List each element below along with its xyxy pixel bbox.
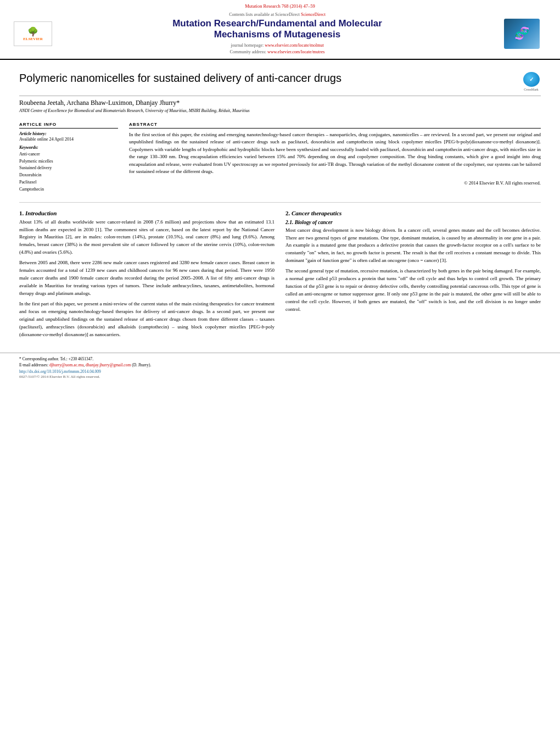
corresponding-note: * Corresponding author. Tel.: +230 46513…	[19, 356, 541, 362]
keyword-1: Anti-cancer	[19, 151, 118, 158]
keywords-label: Keywords:	[19, 145, 118, 150]
journal-title-line2: Mechanisms of Mutagenesis	[214, 29, 341, 40]
keywords-list: Anti-cancer Polymeric micelles Sustained…	[19, 151, 118, 193]
cancer-bio-para-1: Most cancer drug development is now biol…	[285, 227, 541, 265]
crossmark-icon: ✓	[523, 72, 540, 87]
journal-citation-header: Mutation Research 768 (2014) 47–59	[0, 0, 560, 9]
abstract-col: ABSTRACT In the first section of this pa…	[129, 122, 541, 193]
journal-citation-text: Mutation Research 768 (2014) 47–59	[245, 3, 315, 9]
journal-icon-container	[500, 19, 544, 49]
crossmark-label: CrossMark	[524, 88, 539, 91]
abstract-text: In the first section of this paper, the …	[129, 131, 541, 176]
body-two-col: 1. Introduction About 13% of all deaths …	[19, 207, 541, 342]
email-label: E-mail addresses:	[19, 362, 48, 367]
keywords-label-text: Keywords:	[19, 145, 38, 150]
section1-number: 1.	[19, 210, 24, 216]
community-label: Community address:	[230, 49, 266, 54]
journal-icon	[504, 19, 540, 49]
journal-banner: 🌳 ELSEVIER Contents lists available at S…	[0, 9, 560, 60]
journal-homepage: journal homepage: www.elsevier.com/locat…	[63, 42, 491, 55]
crossmark-container: ✓ CrossMark	[522, 72, 541, 91]
available-online: Available online 24 April 2014	[19, 137, 118, 142]
subsection21-title: 2.1. Biology of cancer	[285, 220, 541, 225]
body-right-col: 2. Cancer therapeutics 2.1. Biology of c…	[285, 210, 541, 342]
keyword-2: Polymeric micelles	[19, 158, 118, 165]
article-title: Polymeric nanomicelles for sustained del…	[19, 72, 522, 85]
section2-title-italic: Cancer therapeutics	[292, 210, 341, 216]
community-url[interactable]: www.elsevier.com/locate/mutres	[267, 49, 324, 54]
affiliation-text: ANDI Centre of Excellence for Biomedical…	[19, 108, 250, 113]
contents-line: Contents lists available at ScienceDirec…	[63, 12, 491, 17]
sciencedirect-link[interactable]: ScienceDirect	[301, 12, 326, 17]
homepage-label: journal homepage:	[231, 43, 264, 48]
article-title-section: Polymeric nanomicelles for sustained del…	[19, 65, 541, 96]
corresponding-text: * Corresponding author. Tel.: +230 46513…	[19, 356, 93, 361]
article-content: Polymeric nanomicelles for sustained del…	[0, 60, 560, 347]
elsevier-logo: 🌳 ELSEVIER	[14, 21, 52, 46]
footer-area: * Corresponding author. Tel.: +230 46513…	[0, 353, 560, 382]
section2-number: 2.	[285, 210, 290, 216]
copyright-line: © 2014 Elsevier B.V. All rights reserved…	[129, 180, 541, 186]
journal-title-line1: Mutation Research/Fundamental and Molecu…	[172, 18, 382, 29]
article-info-col: ARTICLE INFO Article history: Available …	[19, 122, 118, 193]
contents-text: Contents lists available at ScienceDirec…	[229, 12, 300, 17]
authors: Roubeena Jeetah, Archana Bhaw-Luximon, D…	[19, 96, 541, 108]
elsevier-logo-container: 🌳 ELSEVIER	[11, 21, 55, 46]
elsevier-text: ELSEVIER	[23, 37, 42, 41]
section1-title-italic: Introduction	[25, 210, 57, 216]
abstract-header: ABSTRACT	[129, 122, 541, 129]
body-left-col: 1. Introduction About 13% of all deaths …	[19, 210, 275, 342]
footer-copyright: 0027-5107/© 2014 Elsevier B.V. All right…	[19, 375, 541, 379]
section1-title: 1. Introduction	[19, 210, 275, 216]
email-suffix: (D. Jhurry).	[132, 362, 151, 367]
keyword-5: Paclitaxel	[19, 179, 118, 186]
section-divider	[19, 202, 541, 203]
email-note: E-mail addresses: djhurry@uom.ac.mu, dha…	[19, 362, 541, 368]
journal-title-area: Contents lists available at ScienceDirec…	[55, 12, 500, 55]
keyword-3: Sustained delivery	[19, 165, 118, 172]
journal-title: Mutation Research/Fundamental and Molecu…	[63, 18, 491, 41]
homepage-url[interactable]: www.elsevier.com/locate/molmut	[265, 43, 323, 48]
section2-title: 2. Cancer therapeutics	[285, 210, 541, 216]
intro-para-3: In the first part of this paper, we pres…	[19, 300, 275, 339]
subsection21-title-text: Biology of cancer	[295, 220, 333, 225]
doi-line: http://dx.doi.org/10.1016/j.mrfmmm.2014.…	[19, 369, 541, 374]
history-label: Article history:	[19, 131, 118, 136]
page: Mutation Research 768 (2014) 47–59 🌳 ELS…	[0, 0, 560, 742]
authors-text: Roubeena Jeetah, Archana Bhaw-Luximon, D…	[19, 99, 180, 107]
info-abstract-section: ARTICLE INFO Article history: Available …	[19, 118, 541, 198]
intro-para-2: Between 2005 and 2008, there were 2286 n…	[19, 259, 275, 298]
cancer-bio-para-2: The second general type of mutation, rec…	[285, 267, 541, 314]
article-info-header: ARTICLE INFO	[19, 122, 118, 129]
email-1[interactable]: djhurry@uom.ac.mu	[49, 362, 83, 367]
intro-para-1: About 13% of all deaths worldwide were c…	[19, 219, 275, 257]
tree-icon: 🌳	[27, 26, 38, 37]
keyword-6: Camptothecin	[19, 186, 118, 193]
email-2[interactable]: dhanjay.jhurry@gmail.com	[86, 362, 131, 367]
keyword-4: Doxorubicin	[19, 172, 118, 179]
subsection21-number: 2.1.	[285, 220, 293, 225]
affiliation: ANDI Centre of Excellence for Biomedical…	[19, 108, 541, 118]
doi-link[interactable]: http://dx.doi.org/10.1016/j.mrfmmm.2014.…	[19, 369, 101, 374]
history-label-text: Article history:	[19, 131, 47, 136]
